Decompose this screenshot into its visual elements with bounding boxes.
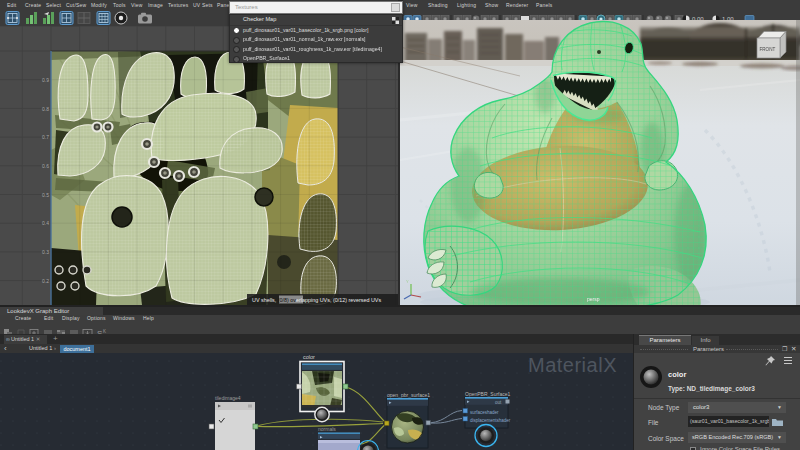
- svg-text:normals: normals: [318, 426, 336, 432]
- svg-text:UV shells, (0/8) overlapping U: UV shells, (0/8) overlapping UVs, (0/12)…: [252, 297, 381, 303]
- svg-text:displacementshader: displacementshader: [470, 418, 511, 423]
- svg-text:MaterialX: MaterialX: [528, 354, 617, 376]
- svg-text:0.8: 0.8: [42, 106, 49, 112]
- svg-text:0.7: 0.7: [42, 134, 49, 140]
- svg-text:0.4: 0.4: [42, 220, 49, 226]
- svg-text:open_pbr_surface1: open_pbr_surface1: [387, 392, 430, 398]
- svg-text:0.2: 0.2: [42, 278, 49, 284]
- svg-text:out: out: [495, 400, 502, 405]
- svg-text:surfaceshader: surfaceshader: [470, 410, 499, 415]
- svg-text:persp: persp: [587, 296, 600, 302]
- svg-text:color: color: [303, 354, 315, 360]
- svg-text:0.3: 0.3: [42, 249, 49, 255]
- svg-text:OpenPBR_Surface1: OpenPBR_Surface1: [465, 391, 511, 397]
- svg-text:K: K: [103, 329, 106, 334]
- svg-text:FRONT: FRONT: [760, 47, 776, 52]
- svg-text:0.5: 0.5: [42, 192, 49, 198]
- svg-text:tiledimage4: tiledimage4: [215, 395, 241, 401]
- svg-text:0.6: 0.6: [42, 163, 49, 169]
- svg-text:Y: Y: [406, 279, 409, 284]
- svg-text:0.9: 0.9: [42, 77, 49, 83]
